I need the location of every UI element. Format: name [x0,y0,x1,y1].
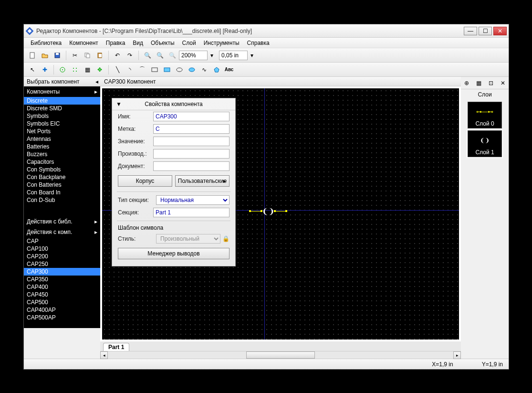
menu-Вид[interactable]: Вид [129,39,147,47]
comp-item[interactable]: CAP450 [24,291,100,298]
menu-Библиотека[interactable]: Библиотека [27,39,65,47]
cross-icon[interactable]: ✚ [39,64,51,75]
menu-Инструменты[interactable]: Инструменты [200,39,243,47]
comp-item[interactable]: CAP400 [24,283,100,291]
menubar: БиблиотекаКомпонентПравкаВидОбъектыСлойИ… [24,38,509,48]
pattern-button[interactable]: Корпус [118,175,172,187]
mfr-input[interactable] [153,149,229,159]
lib-item[interactable]: Con Board In [24,189,100,196]
library-list[interactable]: DiscreteDiscrete SMDSymbolsSymbols EICNe… [24,97,100,216]
comp-item[interactable]: CAP500 [24,298,100,306]
comp-item[interactable]: CAP400AP [24,306,100,314]
arc-icon[interactable]: ◝ [124,64,136,75]
ellipse-icon[interactable] [174,64,185,75]
lib-item[interactable]: Discrete SMD [24,105,100,112]
grid-icon[interactable]: ▦ [476,80,481,86]
pin-grid-icon[interactable]: ▦ [82,64,93,75]
horizontal-scrollbar[interactable]: ◂▸ [100,351,461,359]
line-icon[interactable]: ╲ [112,64,123,75]
lib-item[interactable]: Con Symbols [24,166,100,173]
copy-icon[interactable] [82,50,93,61]
lib-item[interactable]: Con Batteries [24,181,100,189]
menu-Объекты[interactable]: Объекты [147,39,178,47]
lib-item[interactable]: Batteries [24,143,100,150]
grid-input[interactable] [219,51,248,60]
comp-item[interactable]: CAP200 [24,253,100,260]
maximize-button[interactable]: ☐ [479,27,492,35]
zoom-out-icon[interactable]: 🔍 [154,50,166,61]
menu-Компонент[interactable]: Компонент [65,39,102,47]
pan-icon[interactable]: ⊕ [464,80,469,86]
redo-icon[interactable]: ↷ [124,50,136,61]
undo-icon[interactable]: ↶ [112,50,123,61]
name-input[interactable] [153,112,229,121]
open-icon[interactable] [39,50,51,61]
lib-item[interactable]: Capacitors [24,158,100,166]
rect-fill-icon[interactable] [161,64,173,75]
rect-icon[interactable] [149,64,160,75]
component-list[interactable]: CAPCAP100CAP200CAP250CAP300CAP350CAP400C… [24,237,100,328]
section-input[interactable] [153,208,229,217]
comp-item[interactable]: CAP100 [24,245,100,253]
lib-item[interactable]: Antennas [24,135,100,143]
lib-actions-header[interactable]: Действия с библ.▸ [24,216,100,227]
comp-item[interactable]: CAP [24,237,100,245]
lib-item[interactable]: Con D-Sub [24,196,100,204]
snap-icon[interactable]: ⊡ [489,80,493,86]
comp-actions-header[interactable]: Действия с комп.▸ [24,227,100,237]
comp-item[interactable]: CAP500AP [24,314,100,321]
pointer-icon[interactable]: ↖ [27,64,38,75]
zoom-in-icon[interactable]: 🔍 [142,50,153,61]
arc2-icon[interactable]: ⌒ [136,64,148,75]
lib-item[interactable]: Buzzers [24,150,100,158]
menu-Правка[interactable]: Правка [102,39,129,47]
mark-input[interactable] [153,124,229,134]
svg-rect-16 [164,68,170,72]
lib-item[interactable]: Symbols EIC [24,120,100,127]
paste-icon[interactable] [94,50,105,61]
close-panel-icon[interactable]: ✕ [501,80,505,86]
pin-single-icon[interactable] [57,64,68,75]
pin-multi-icon[interactable] [69,64,81,75]
menu-Слой[interactable]: Слой [178,39,200,47]
components-header[interactable]: Компоненты▸ [24,86,100,97]
lib-item[interactable]: Con Backplane [24,173,100,181]
comp-item[interactable]: CAP350 [24,276,100,283]
tab-part1[interactable]: Part 1 [103,343,129,351]
collapse-icon[interactable]: ▼ [116,101,122,107]
tab-bar: Part 1 [100,341,461,351]
status-y: Y=1,9 in [482,361,503,368]
lib-item[interactable]: Net Ports [24,127,100,135]
cut-icon[interactable]: ✂ [69,50,81,61]
move-icon[interactable]: ✥ [94,64,105,75]
text-icon[interactable]: Авс [223,64,235,75]
zoom-fit-icon[interactable]: 🔍 [167,50,178,61]
toolbar-main: ✂ ↶ ↷ 🔍 🔍 🔍 ▾ ▾ [24,48,509,63]
zoom-input[interactable] [179,51,208,60]
doc-input[interactable] [153,161,229,171]
comp-item[interactable]: CAP250 [24,260,100,268]
lib-item[interactable]: Symbols [24,112,100,120]
ellipse-fill-icon[interactable] [186,64,198,75]
polygon-icon[interactable] [211,64,222,75]
app-window: Редактор Компонентов - [C:\Program Files… [23,24,509,370]
select-component-header[interactable]: Выбрать компонент◂ [24,77,100,86]
save-icon[interactable] [52,50,63,61]
close-button[interactable]: ✕ [493,27,507,35]
polyline-icon[interactable]: ∿ [198,64,210,75]
canvas[interactable]: ❨❩ ▼ Свойства компонента Имя: Метка: Зна… [102,88,459,340]
minimize-button[interactable]: — [464,27,477,35]
layer-thumb[interactable]: ❨❩Слой 1 [468,130,502,157]
svg-point-14 [76,71,77,72]
new-icon[interactable] [27,50,38,61]
lib-item[interactable]: Discrete [24,97,100,105]
menu-Справка[interactable]: Справка [243,39,273,47]
section-type-select[interactable]: Нормальная [156,195,229,205]
layer-thumb[interactable]: ⊶—⊷Слой 0 [468,102,502,128]
user-button[interactable]: Пользовательские▸ [175,175,229,187]
pin-manager-button[interactable]: Менеджер выводов [118,248,229,259]
properties-panel[interactable]: ▼ Свойства компонента Имя: Метка: Значен… [112,98,236,266]
comp-item[interactable]: CAP300 [24,268,100,276]
capacitor-symbol[interactable]: ❨❩ [250,207,286,216]
value-input[interactable] [153,137,229,146]
